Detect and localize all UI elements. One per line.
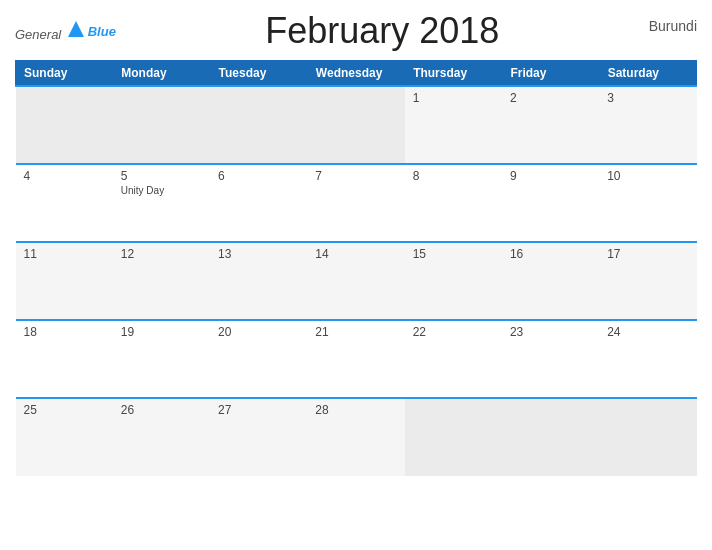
- day-number: 21: [315, 325, 396, 339]
- calendar-week-row: 123: [16, 86, 697, 164]
- calendar-grid: Sunday Monday Tuesday Wednesday Thursday…: [15, 60, 697, 476]
- header-wednesday: Wednesday: [307, 61, 404, 87]
- calendar-cell: [599, 398, 696, 476]
- calendar-cell: 18: [16, 320, 113, 398]
- day-number: 13: [218, 247, 299, 261]
- calendar-header: General Blue February 2018 Burundi: [15, 10, 697, 52]
- calendar-cell: 27: [210, 398, 307, 476]
- calendar-cell: 14: [307, 242, 404, 320]
- calendar-cell: [16, 86, 113, 164]
- day-number: 14: [315, 247, 396, 261]
- calendar-week-row: 45Unity Day678910: [16, 164, 697, 242]
- day-number: 3: [607, 91, 688, 105]
- day-number: 1: [413, 91, 494, 105]
- calendar-cell: [210, 86, 307, 164]
- calendar-cell: 16: [502, 242, 599, 320]
- calendar-cell: 13: [210, 242, 307, 320]
- calendar-cell: 21: [307, 320, 404, 398]
- header-saturday: Saturday: [599, 61, 696, 87]
- header-sunday: Sunday: [16, 61, 113, 87]
- header-thursday: Thursday: [405, 61, 502, 87]
- calendar-cell: 26: [113, 398, 210, 476]
- day-number: 4: [24, 169, 105, 183]
- day-number: 11: [24, 247, 105, 261]
- calendar-cell: 3: [599, 86, 696, 164]
- svg-marker-0: [68, 21, 84, 37]
- calendar-cell: 1: [405, 86, 502, 164]
- day-number: 27: [218, 403, 299, 417]
- day-number: 12: [121, 247, 202, 261]
- calendar-cell: 7: [307, 164, 404, 242]
- calendar-cell: 24: [599, 320, 696, 398]
- header-monday: Monday: [113, 61, 210, 87]
- day-number: 7: [315, 169, 396, 183]
- day-number: 10: [607, 169, 688, 183]
- calendar-cell: 12: [113, 242, 210, 320]
- header-friday: Friday: [502, 61, 599, 87]
- calendar-cell: [113, 86, 210, 164]
- calendar-container: General Blue February 2018 Burundi Sunda…: [0, 0, 712, 550]
- calendar-cell: 22: [405, 320, 502, 398]
- calendar-cell: 8: [405, 164, 502, 242]
- calendar-cell: 19: [113, 320, 210, 398]
- calendar-cell: 17: [599, 242, 696, 320]
- calendar-cell: 25: [16, 398, 113, 476]
- calendar-title: February 2018: [116, 10, 649, 52]
- calendar-cell: 4: [16, 164, 113, 242]
- day-number: 22: [413, 325, 494, 339]
- calendar-cell: 15: [405, 242, 502, 320]
- logo-icon: [66, 19, 86, 39]
- calendar-cell: 9: [502, 164, 599, 242]
- calendar-cell: 10: [599, 164, 696, 242]
- logo: General Blue: [15, 19, 116, 43]
- day-number: 16: [510, 247, 591, 261]
- day-number: 18: [24, 325, 105, 339]
- day-number: 9: [510, 169, 591, 183]
- day-number: 19: [121, 325, 202, 339]
- day-number: 2: [510, 91, 591, 105]
- day-event: Unity Day: [121, 185, 202, 196]
- calendar-week-row: 25262728: [16, 398, 697, 476]
- calendar-cell: [502, 398, 599, 476]
- day-number: 26: [121, 403, 202, 417]
- day-number: 17: [607, 247, 688, 261]
- day-number: 23: [510, 325, 591, 339]
- calendar-cell: 20: [210, 320, 307, 398]
- day-number: 15: [413, 247, 494, 261]
- day-number: 20: [218, 325, 299, 339]
- calendar-cell: 28: [307, 398, 404, 476]
- calendar-week-row: 18192021222324: [16, 320, 697, 398]
- day-number: 25: [24, 403, 105, 417]
- day-number: 5: [121, 169, 202, 183]
- day-number: 6: [218, 169, 299, 183]
- day-number: 8: [413, 169, 494, 183]
- calendar-cell: 5Unity Day: [113, 164, 210, 242]
- day-number: 24: [607, 325, 688, 339]
- calendar-cell: [307, 86, 404, 164]
- calendar-cell: 11: [16, 242, 113, 320]
- weekday-header-row: Sunday Monday Tuesday Wednesday Thursday…: [16, 61, 697, 87]
- calendar-cell: 23: [502, 320, 599, 398]
- logo-general: General: [15, 19, 86, 43]
- day-number: 28: [315, 403, 396, 417]
- header-tuesday: Tuesday: [210, 61, 307, 87]
- calendar-cell: 2: [502, 86, 599, 164]
- calendar-cell: 6: [210, 164, 307, 242]
- calendar-week-row: 11121314151617: [16, 242, 697, 320]
- country-label: Burundi: [649, 18, 697, 34]
- calendar-cell: [405, 398, 502, 476]
